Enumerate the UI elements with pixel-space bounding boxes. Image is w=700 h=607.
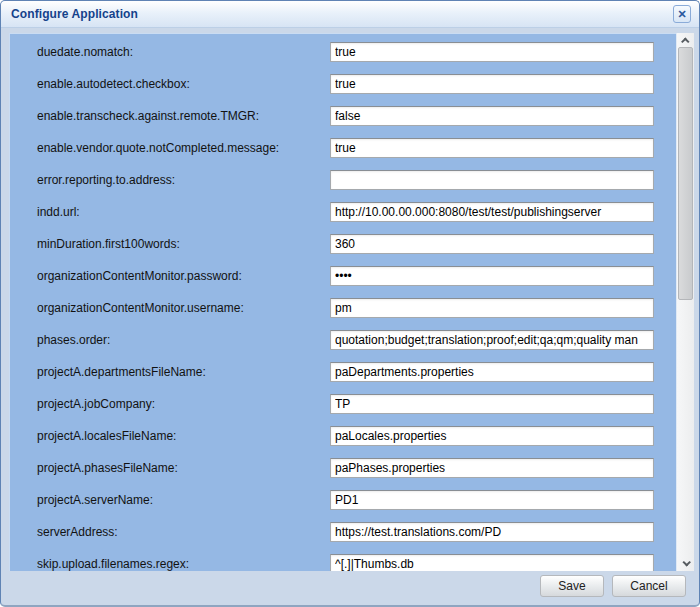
save-button[interactable]: Save [540, 575, 604, 597]
config-field-label: enable.vendor.quote.notCompleted.message… [37, 138, 330, 158]
close-icon[interactable]: ✕ [673, 5, 691, 23]
fields-list: duedate.nomatch: enable.autodetect.check… [9, 33, 676, 571]
config-field-label: projectA.phasesFileName: [37, 458, 330, 478]
vertical-scrollbar[interactable] [676, 33, 694, 571]
config-field-label: skip.upload.filenames.regex: [37, 554, 330, 571]
config-field-row: projectA.phasesFileName: [9, 458, 676, 490]
config-field-input[interactable] [330, 74, 654, 94]
chevron-down-icon [682, 558, 690, 566]
config-field-label: serverAddress: [37, 522, 330, 542]
config-field-row: duedate.nomatch: [9, 42, 676, 74]
config-field-row: organizationContentMonitor.username: [9, 298, 676, 330]
config-field-row: skip.upload.filenames.regex: [9, 554, 676, 571]
config-field-input[interactable] [330, 42, 654, 62]
config-field-label: projectA.localesFileName: [37, 426, 330, 446]
config-field-row: projectA.localesFileName: [9, 426, 676, 458]
config-field-input[interactable] [330, 330, 654, 350]
config-field-input[interactable] [330, 266, 654, 286]
config-field-input[interactable] [330, 490, 654, 510]
config-field-input[interactable] [330, 106, 654, 126]
config-field-input[interactable] [330, 554, 654, 571]
config-field-label: phases.order: [37, 330, 330, 350]
config-field-row: serverAddress: [9, 522, 676, 554]
config-field-row: projectA.serverName: [9, 490, 676, 522]
config-field-label: error.reporting.to.address: [37, 170, 330, 190]
config-field-input[interactable] [330, 202, 654, 222]
config-field-input[interactable] [330, 394, 654, 414]
config-field-row: projectA.departmentsFileName: [9, 362, 676, 394]
config-field-label: organizationContentMonitor.password: [37, 266, 330, 286]
config-field-label: indd.url: [37, 202, 330, 222]
config-field-input[interactable] [330, 234, 654, 254]
config-field-row: minDuration.first100words: [9, 234, 676, 266]
config-field-label: projectA.serverName: [37, 490, 330, 510]
config-field-row: projectA.jobCompany: [9, 394, 676, 426]
scroll-down-icon[interactable] [677, 556, 694, 570]
dialog-body: duedate.nomatch: enable.autodetect.check… [9, 33, 694, 571]
config-field-row: enable.autodetect.checkbox: [9, 74, 676, 106]
cancel-button[interactable]: Cancel [612, 575, 686, 597]
config-field-input[interactable] [330, 170, 654, 190]
chevron-up-icon [681, 37, 689, 45]
config-field-row: phases.order: [9, 330, 676, 362]
config-field-label: minDuration.first100words: [37, 234, 330, 254]
config-field-label: projectA.departmentsFileName: [37, 362, 330, 382]
config-field-input[interactable] [330, 362, 654, 382]
scrollbar-thumb[interactable] [678, 47, 693, 300]
config-field-row: indd.url: [9, 202, 676, 234]
config-field-input[interactable] [330, 298, 654, 318]
dialog-titlebar: Configure Application ✕ [1, 1, 699, 28]
dialog-footer: Save Cancel [1, 571, 699, 601]
config-field-input[interactable] [330, 138, 654, 158]
scroll-up-icon[interactable] [677, 34, 694, 48]
config-field-input[interactable] [330, 458, 654, 478]
config-field-input[interactable] [330, 522, 654, 542]
configure-application-dialog: Configure Application ✕ duedate.nomatch:… [0, 0, 700, 607]
config-field-label: enable.autodetect.checkbox: [37, 74, 330, 94]
config-field-row: error.reporting.to.address: [9, 170, 676, 202]
config-field-row: enable.vendor.quote.notCompleted.message… [9, 138, 676, 170]
config-field-label: organizationContentMonitor.username: [37, 298, 330, 318]
config-field-row: organizationContentMonitor.password: [9, 266, 676, 298]
config-field-label: duedate.nomatch: [37, 42, 330, 62]
dialog-title: Configure Application [11, 7, 673, 21]
config-field-label: projectA.jobCompany: [37, 394, 330, 414]
config-field-row: enable.transcheck.against.remote.TMGR: [9, 106, 676, 138]
config-field-label: enable.transcheck.against.remote.TMGR: [37, 106, 330, 126]
config-field-input[interactable] [330, 426, 654, 446]
